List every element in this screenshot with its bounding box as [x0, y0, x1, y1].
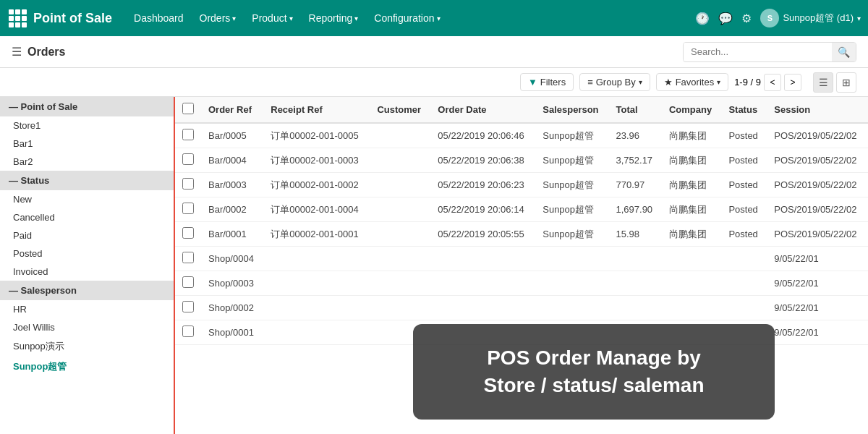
sidebar-item-sunpop-demo[interactable]: Sunpop演示 [0, 336, 174, 357]
nav-configuration[interactable]: Configuration ▾ [367, 8, 447, 28]
star-icon: ★ [664, 77, 673, 88]
chat-icon[interactable]: 💬 [718, 12, 733, 25]
row-company: 尚鹏集团 [662, 197, 721, 222]
sidebar-item-bar2[interactable]: Bar2 [0, 153, 174, 171]
row-receipt-ref: 订单00002-001-0001 [263, 222, 370, 247]
orders-caret: ▾ [232, 14, 236, 22]
app-grid-button[interactable] [7, 8, 27, 28]
row-order-date: 05/22/2019 20:06:23 [430, 173, 535, 197]
sidebar-item-joel[interactable]: Joel Willis [0, 318, 174, 336]
row-receipt-ref [263, 247, 370, 271]
row-session: 9/05/22/01 [767, 271, 868, 296]
nav-dashboard[interactable]: Dashboard [127, 8, 191, 28]
nav-reporting[interactable]: Reporting ▾ [302, 8, 366, 28]
sidebar-item-cancelled[interactable]: Cancelled [0, 208, 174, 226]
search-box: 🔍 [683, 42, 856, 62]
col-company: Company [662, 97, 721, 123]
row-order-ref: Bar/0002 [201, 197, 263, 222]
user-caret: ▾ [857, 14, 861, 22]
row-total: 770.97 [608, 173, 661, 197]
topnav-right: 🕐 💬 ⚙ S Sunpop超管 (d1) ▾ [695, 9, 861, 27]
sidebar-item-sunpop-admin[interactable]: Sunpop超管 [0, 357, 174, 377]
row-session: 9/05/22/01 [767, 247, 868, 271]
filters-button[interactable]: ▼ Filters [520, 73, 574, 91]
reporting-caret: ▾ [354, 14, 358, 22]
grid-icon [9, 9, 27, 27]
sidebar-item-hr[interactable]: HR [0, 300, 174, 318]
table-row: Bar/0002 订单00002-001-0004 05/22/2019 20:… [175, 197, 868, 222]
avatar: S [760, 9, 779, 27]
col-customer: Customer [370, 97, 430, 123]
col-order-ref: Order Ref [201, 97, 263, 123]
search-input[interactable] [684, 43, 832, 61]
row-order-ref: Shop/0002 [201, 296, 263, 320]
list-view-button[interactable]: ☰ [813, 72, 833, 93]
groupby-caret: ▾ [639, 78, 642, 86]
pagination-info: 1-9 / 9 [734, 77, 761, 88]
row-status [721, 296, 767, 320]
sidebar-toggle[interactable]: ☰ [12, 45, 22, 59]
row-receipt-ref: 订单00002-001-0005 [263, 123, 370, 148]
row-checkbox[interactable] [175, 197, 201, 222]
table-row: Bar/0003 订单00002-001-0002 05/22/2019 20:… [175, 173, 868, 197]
row-order-ref: Shop/0001 [201, 320, 263, 345]
row-order-ref: Shop/0003 [201, 271, 263, 296]
col-order-date: Order Date [430, 97, 535, 123]
row-customer [370, 173, 430, 197]
sidebar-item-posted[interactable]: Posted [0, 244, 174, 263]
sidebar-item-new[interactable]: New [0, 190, 174, 208]
row-status [721, 247, 767, 271]
row-customer [370, 148, 430, 173]
configuration-caret: ▾ [437, 14, 441, 22]
row-salesperson [535, 320, 608, 345]
nav-orders[interactable]: Orders ▾ [192, 8, 244, 28]
prev-page-button[interactable]: < [764, 74, 781, 91]
row-checkbox[interactable] [175, 247, 201, 271]
groupby-icon: ≡ [587, 77, 593, 88]
row-receipt-ref: 订单00002-001-0003 [263, 148, 370, 173]
search-button[interactable]: 🔍 [832, 43, 856, 61]
row-receipt-ref: 订单00002-001-0004 [263, 197, 370, 222]
row-session: 9/05/22/01 [767, 320, 868, 345]
clock-icon[interactable]: 🕐 [695, 12, 710, 25]
grid-view-button[interactable]: ⊞ [836, 72, 856, 93]
row-salesperson [535, 296, 608, 320]
row-company: 尚鹏集团 [662, 173, 721, 197]
sidebar-section-pos-label: — Point of Sale [9, 101, 77, 112]
sidebar-item-invoiced[interactable]: Invoiced [0, 263, 174, 281]
groupby-button[interactable]: ≡ Group By ▾ [579, 73, 650, 91]
sidebar-item-paid[interactable]: Paid [0, 226, 174, 244]
row-checkbox[interactable] [175, 148, 201, 173]
row-checkbox[interactable] [175, 271, 201, 296]
row-checkbox[interactable] [175, 123, 201, 148]
sidebar-item-bar1[interactable]: Bar1 [0, 135, 174, 153]
row-customer [370, 247, 430, 271]
sidebar-item-store1[interactable]: Store1 [0, 116, 174, 135]
row-total [608, 247, 661, 271]
row-salesperson: Sunpop超管 [535, 123, 608, 148]
favorites-button[interactable]: ★ Favorites ▾ [656, 73, 728, 91]
row-checkbox[interactable] [175, 296, 201, 320]
row-checkbox[interactable] [175, 173, 201, 197]
sidebar-section-salesperson: — Salesperson [0, 281, 174, 300]
settings-icon[interactable]: ⚙ [741, 12, 752, 25]
select-all-checkbox[interactable] [182, 103, 194, 114]
row-company [662, 296, 721, 320]
row-session: POS/2019/05/22/02 [767, 173, 868, 197]
row-checkbox[interactable] [175, 320, 201, 345]
row-session: POS/2019/05/22/02 [767, 222, 868, 247]
row-order-date [430, 320, 535, 345]
row-order-date: 05/22/2019 20:06:38 [430, 148, 535, 173]
row-checkbox[interactable] [175, 222, 201, 247]
row-order-ref: Shop/0004 [201, 247, 263, 271]
row-status [721, 320, 767, 345]
pagination: 1-9 / 9 < > [734, 74, 801, 91]
row-total: 23.96 [608, 123, 661, 148]
user-menu[interactable]: S Sunpop超管 (d1) ▾ [760, 9, 861, 27]
sidebar-section-pos: — Point of Sale [0, 97, 174, 116]
row-status [721, 271, 767, 296]
app-brand: Point of Sale [33, 11, 112, 26]
row-company [662, 271, 721, 296]
nav-product[interactable]: Product ▾ [244, 8, 299, 28]
next-page-button[interactable]: > [784, 74, 801, 91]
